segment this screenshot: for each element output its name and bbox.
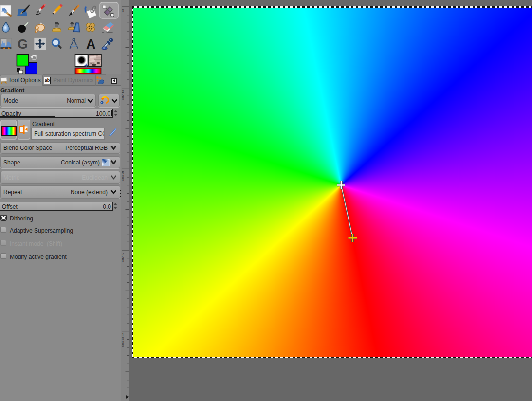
svg-text:0: 0 bbox=[122, 96, 124, 101]
svg-text:A: A bbox=[86, 37, 96, 52]
svg-text:G: G bbox=[18, 37, 28, 52]
svg-text:0: 0 bbox=[122, 258, 124, 263]
svg-text:0: 0 bbox=[122, 177, 124, 182]
svg-text:0: 0 bbox=[122, 8, 124, 13]
svg-text:0: 0 bbox=[122, 343, 124, 348]
